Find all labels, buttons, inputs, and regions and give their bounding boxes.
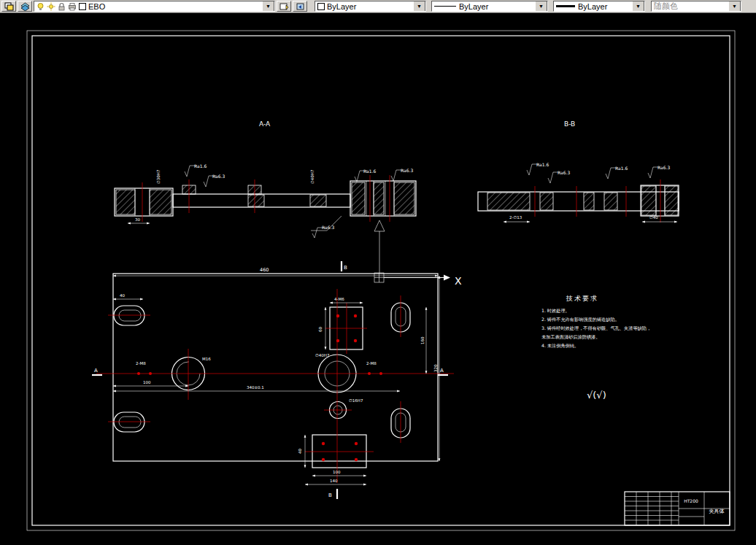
dimension-label: M16 bbox=[202, 357, 211, 361]
title-block-part-name: 夹具体 bbox=[709, 509, 725, 514]
plotstyle-dropdown-arrow: ▼ bbox=[728, 1, 741, 12]
title-block: HT200 夹具体 bbox=[625, 492, 730, 525]
dimension-label: ∅40H7 bbox=[315, 353, 330, 357]
dimension-label: A bbox=[94, 368, 98, 374]
ucs-icon: X bbox=[374, 220, 462, 287]
x-axis-label: X bbox=[455, 275, 462, 287]
lineweight-dropdown-value: ByLayer bbox=[578, 2, 607, 11]
tech-note-line: 1. 时效处理。 bbox=[541, 308, 570, 314]
layer-states-button[interactable] bbox=[18, 1, 32, 12]
sheet-border bbox=[27, 31, 735, 530]
linetype-sample-icon bbox=[434, 6, 456, 7]
top-toolbar: EBO ▼ ByLayer ▼ ByLayer ▼ ByLayer ▼ 随颜色 … bbox=[0, 0, 756, 13]
tech-note-line: 2. 铸件不允许有影响强度的铸造缺陷。 bbox=[541, 317, 620, 322]
current-color-swatch bbox=[317, 3, 325, 10]
x-axis-arrow-icon bbox=[444, 275, 450, 281]
dimension-label: 340±0.1 bbox=[247, 385, 264, 390]
bulb-icon[interactable] bbox=[36, 2, 45, 11]
layer-dropdown[interactable]: EBO ▼ bbox=[34, 1, 275, 12]
tech-requirements: 技术要求 1. 时效处理。2. 铸件不允许有影响强度的铸造缺陷。3. 铸件经时效… bbox=[541, 295, 651, 401]
dimension-label: 60 bbox=[318, 327, 323, 332]
layer-previous-icon bbox=[296, 2, 305, 11]
dimension-label: 2-M8 bbox=[366, 361, 377, 366]
dimension-label: 30 bbox=[135, 217, 140, 222]
dimension-label: Ra1.6 bbox=[615, 166, 628, 171]
dimension-label: Ra6.3 bbox=[401, 168, 413, 173]
layer-dropdown-value: EBO bbox=[88, 2, 105, 11]
dimension-label: Ra1.6 bbox=[194, 163, 207, 169]
color-dropdown[interactable]: ByLayer ▼ bbox=[315, 1, 426, 12]
dimension-label: B bbox=[328, 492, 332, 498]
title-block-material: HT200 bbox=[684, 498, 698, 503]
dimension-label: Ra6.3 bbox=[212, 174, 225, 179]
dimension-label: 40 bbox=[120, 293, 125, 298]
dimension-label: Ra6.3 bbox=[322, 225, 334, 230]
drawing-canvas[interactable]: A-A B-B bbox=[0, 13, 756, 545]
dimension-label: ∅16H7 bbox=[349, 398, 363, 403]
plotstyle-dropdown-value: 随颜色 bbox=[654, 1, 678, 12]
dimension-label: Ra6.3 bbox=[657, 165, 670, 170]
section-b-view: B-B bbox=[478, 120, 679, 223]
linetype-dropdown[interactable]: ByLayer ▼ bbox=[431, 1, 548, 12]
tech-requirements-title: 技术要求 bbox=[566, 295, 598, 302]
dimension-label: A bbox=[440, 368, 444, 374]
layer-properties-button[interactable] bbox=[1, 1, 16, 12]
lineweight-dropdown[interactable]: ByLayer ▼ bbox=[553, 1, 645, 12]
dimension-label: ∅40 bbox=[649, 215, 658, 220]
surface-finish-note: √(√) bbox=[587, 390, 606, 401]
plotstyle-dropdown: 随颜色 ▼ bbox=[651, 1, 741, 12]
layers-icon bbox=[4, 2, 14, 11]
linetype-dropdown-value: ByLayer bbox=[459, 2, 488, 11]
lineweight-sample-icon bbox=[556, 5, 575, 7]
lock-icon[interactable] bbox=[58, 2, 66, 11]
tech-note-line: 3. 铸件经时效处理，不得有砂眼、气孔、夹渣等缺陷， bbox=[541, 325, 651, 331]
dimension-label: B bbox=[344, 265, 347, 271]
dimension-label: 320 bbox=[433, 364, 438, 372]
dimension-label: 40 bbox=[298, 449, 302, 454]
color-dropdown-arrow[interactable]: ▼ bbox=[413, 1, 425, 12]
lineweight-dropdown-arrow[interactable]: ▼ bbox=[632, 1, 644, 12]
dimension-label: 2-M8 bbox=[136, 361, 146, 366]
dimension-label: 100 bbox=[143, 380, 151, 384]
layer-color-swatch[interactable] bbox=[79, 3, 86, 10]
dimension-label: ∅30H7 bbox=[156, 169, 161, 184]
make-layer-current-icon bbox=[279, 2, 289, 11]
cad-drawing: A-A B-B bbox=[0, 13, 756, 545]
layer-states-icon bbox=[20, 2, 30, 11]
layer-dropdown-arrow[interactable]: ▼ bbox=[262, 1, 274, 12]
section-b-label: B-B bbox=[564, 120, 575, 128]
dimension-label: 2-∅13 bbox=[509, 215, 522, 220]
dimension-label: ∅40H7 bbox=[310, 169, 315, 184]
layer-previous-button[interactable] bbox=[293, 1, 307, 12]
dimension-label: 140 bbox=[330, 479, 338, 483]
color-dropdown-value: ByLayer bbox=[327, 2, 356, 11]
dimension-label: Ra6.3 bbox=[558, 170, 570, 175]
dimension-label: Ra1.6 bbox=[363, 169, 376, 174]
tech-note-line: 未加工表面清砂后涂防锈漆。 bbox=[541, 334, 600, 340]
sun-icon[interactable] bbox=[47, 2, 55, 11]
dimension-label: 4-M6 bbox=[334, 297, 344, 301]
make-layer-current-button[interactable] bbox=[277, 1, 291, 12]
dimension-lines bbox=[113, 276, 439, 484]
tech-note-line: 4. 未注倒角倒钝。 bbox=[541, 343, 579, 349]
dimension-label: 100 bbox=[333, 470, 341, 474]
dimension-label: Ra1.6 bbox=[536, 162, 549, 167]
dimension-label: 160 bbox=[420, 336, 425, 344]
section-a-label: A-A bbox=[259, 120, 271, 128]
linetype-dropdown-arrow[interactable]: ▼ bbox=[535, 1, 547, 12]
printer-icon[interactable] bbox=[68, 2, 77, 11]
dimension-label: 460 bbox=[260, 267, 269, 273]
